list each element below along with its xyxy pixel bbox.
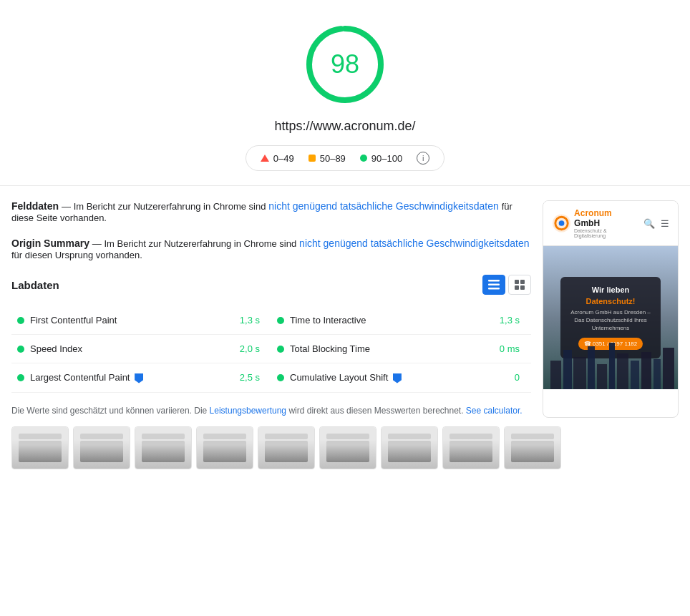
svg-rect-7	[515, 285, 519, 290]
field-data-section: Felddaten — Im Bericht zur Nutzererfahru…	[11, 200, 531, 223]
origin-summary-dash: —	[92, 238, 105, 249]
thumb-bar-1	[80, 434, 123, 439]
thumbnail-7	[442, 426, 500, 469]
legend-poor-label: 0–49	[273, 153, 294, 164]
svg-rect-14	[563, 350, 572, 389]
legend-poor: 0–49	[261, 153, 294, 164]
thumb-content-1	[80, 441, 123, 462]
origin-summary-link[interactable]: nicht genügend tatsächliche Geschwindigk…	[299, 238, 529, 249]
thumb-bar-0	[19, 434, 62, 439]
thumb-bar-5	[326, 434, 369, 439]
field-data-text-before: Im Bericht zur Nutzererfahrung in Chrome…	[74, 201, 266, 212]
metric-fcp: First Contentful Paint 1,3 s	[11, 306, 271, 335]
svg-rect-22	[653, 359, 661, 389]
site-url: https://www.acronum.de/	[274, 119, 415, 134]
thumb-inner-8	[505, 427, 560, 469]
metric-dot-si	[17, 346, 24, 353]
logo-suffix: GmbH	[574, 218, 600, 228]
footer-link2[interactable]: See calculator.	[466, 406, 523, 416]
triangle-icon	[261, 155, 269, 162]
acronum-logo-icon	[552, 213, 571, 233]
thumb-inner-5	[320, 427, 376, 469]
svg-rect-23	[663, 348, 674, 389]
footer-text2b: wird direkt aus diesen Messwerten berech…	[288, 406, 463, 416]
thumb-inner-2	[135, 427, 191, 469]
svg-rect-6	[520, 280, 525, 284]
svg-rect-8	[520, 285, 525, 290]
preview-header: Acronum GmbH Datenschutz & Digitalisieru…	[543, 201, 678, 246]
origin-summary-section: Origin Summary — Im Bericht zur Nutzerer…	[11, 238, 531, 260]
thumbnail-0	[11, 426, 69, 469]
search-icon[interactable]: 🔍	[643, 218, 655, 229]
logo-name: Acronum	[574, 208, 612, 218]
overlay-highlight: Datenschutz!	[570, 297, 651, 305]
legend-average: 50–89	[308, 153, 346, 164]
metric-value-cls: 0	[515, 372, 525, 383]
svg-rect-20	[631, 361, 639, 389]
logo-sub: Datenschutz & Digitalisierung	[574, 228, 638, 238]
right-panel: Acronum GmbH Datenschutz & Digitalisieru…	[543, 200, 679, 418]
metric-value-lcp: 2,5 s	[240, 372, 266, 383]
thumb-bar-3	[203, 434, 246, 439]
field-data-title: Felddaten	[11, 200, 59, 212]
metric-value-tbt: 0 ms	[500, 343, 525, 354]
thumbnail-strip	[0, 418, 690, 478]
thumbnail-5	[319, 426, 376, 469]
metrics-grid: First Contentful Paint 1,3 s Time to Int…	[11, 306, 531, 393]
thumb-content-0	[19, 441, 62, 462]
svg-rect-21	[641, 352, 651, 389]
footer-link1[interactable]: Leistungsbewertung	[210, 406, 286, 416]
metric-value-si: 2,0 s	[240, 343, 266, 354]
metric-dot-cls	[277, 374, 284, 381]
footer-text: Die Werte sind geschätzt und können vari…	[11, 404, 531, 418]
origin-summary-title: Origin Summary	[11, 238, 89, 249]
svg-rect-19	[617, 353, 628, 389]
metric-name-tti: Time to Interactive	[290, 315, 494, 326]
thumb-bar-4	[265, 434, 308, 439]
thumb-content-2	[142, 441, 185, 462]
thumbnail-4	[258, 426, 315, 469]
menu-icon[interactable]: ☰	[661, 218, 669, 229]
thumb-content-5	[326, 441, 369, 462]
metric-name-lcp: Largest Contentful Paint	[30, 372, 234, 383]
square-icon	[308, 155, 316, 162]
view-toggle	[482, 275, 531, 295]
field-data-link[interactable]: nicht genügend tatsächliche Geschwindigk…	[268, 200, 498, 212]
svg-rect-16	[588, 346, 595, 389]
flag-icon-lcp	[135, 373, 143, 383]
field-data-dash: —	[62, 201, 74, 212]
toggle-list-btn[interactable]	[482, 275, 505, 295]
main-content: Felddaten — Im Bericht zur Nutzererfahru…	[0, 200, 690, 418]
top-section: 98 https://www.acronum.de/ 0–49 50–89 90…	[0, 0, 690, 185]
origin-summary-text-after: für diesen Ursprung vorhanden.	[11, 250, 142, 260]
thumbnail-8	[504, 426, 561, 469]
thumb-inner-4	[258, 427, 314, 469]
metric-value-fcp: 1,3 s	[240, 315, 266, 326]
score-value: 98	[331, 49, 359, 79]
origin-summary-text-before: Im Bericht zur Nutzererfahrung in Chrome…	[104, 238, 296, 249]
svg-rect-3	[488, 284, 500, 286]
footer-text1: Die Werte sind geschätzt und können vari…	[11, 406, 207, 416]
preview-image: Wir lieben Datenschutz! Acronum GmbH aus…	[543, 246, 678, 389]
divider	[0, 185, 690, 186]
svg-rect-2	[488, 280, 500, 282]
score-legend: 0–49 50–89 90–100 i	[246, 145, 444, 171]
info-icon[interactable]: i	[417, 152, 429, 165]
thumb-content-3	[203, 441, 246, 462]
thumb-bar-6	[388, 434, 431, 439]
metric-dot-lcp	[17, 374, 24, 381]
thumb-inner-0	[12, 427, 68, 469]
svg-rect-5	[515, 280, 519, 284]
metric-tti: Time to Interactive 1,3 s	[271, 306, 531, 335]
metric-lcp: Largest Contentful Paint 2,5 s	[11, 363, 271, 393]
flag-icon-cls	[393, 373, 402, 383]
thumb-content-6	[388, 441, 431, 462]
thumb-content-4	[265, 441, 308, 462]
thumb-bar-7	[450, 434, 492, 439]
metric-tbt: Total Blocking Time 0 ms	[271, 335, 531, 363]
thumb-inner-7	[443, 427, 499, 469]
toggle-grid-btn[interactable]	[508, 275, 531, 295]
svg-rect-4	[488, 288, 500, 290]
metric-dot-tti	[277, 317, 284, 324]
preview-logo-text: Acronum GmbH Datenschutz & Digitalisieru…	[574, 208, 638, 238]
